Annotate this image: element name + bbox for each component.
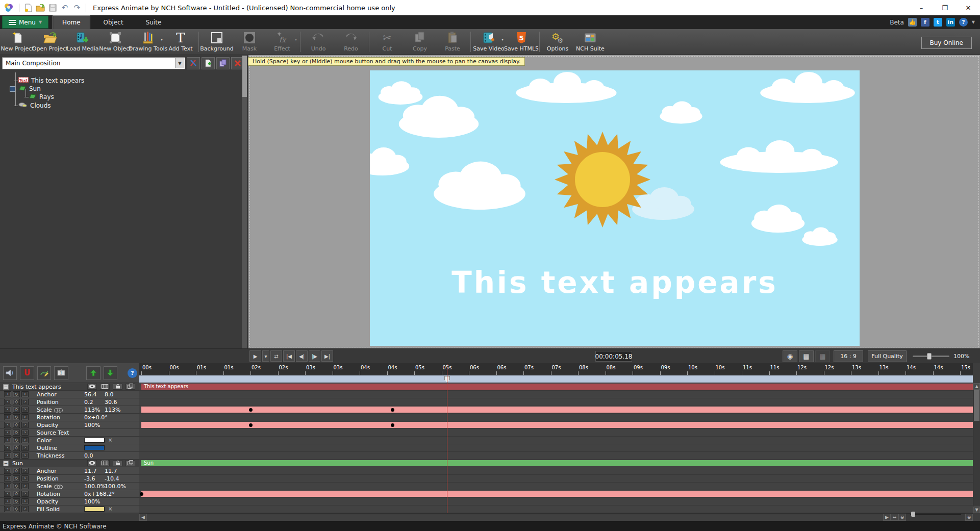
previous-keyframe-button[interactable]: ‹	[4, 414, 11, 420]
collapse-expander[interactable]: -	[10, 86, 15, 92]
add-keyframe-button[interactable]: ◇	[13, 391, 20, 397]
animated-property-bar[interactable]	[141, 491, 973, 497]
go-to-end-button[interactable]: ▶|	[321, 350, 333, 362]
isolate-button[interactable]	[125, 460, 135, 466]
linkedin-icon[interactable]: in	[946, 18, 955, 27]
collapse-expander[interactable]: −	[3, 384, 9, 390]
layer-tree-item-sun[interactable]: -Sun	[18, 85, 41, 93]
layer-duration-bar[interactable]: Sun	[141, 460, 973, 466]
onion-skin-button[interactable]: ◉	[783, 350, 797, 362]
add-keyframe-button[interactable]: ◇	[13, 483, 20, 489]
buy-online-button[interactable]: Buy Online	[921, 37, 972, 49]
timeline-workarea-strip[interactable]	[139, 375, 973, 383]
add-text-button[interactable]: TAdd Text	[164, 29, 197, 55]
layer-tree-item-clouds[interactable]: Clouds	[18, 102, 51, 110]
property-lane-anchor[interactable]	[139, 467, 973, 475]
animated-property-bar[interactable]	[141, 422, 973, 428]
current-time-display[interactable]: 00:00:05.18	[595, 351, 632, 362]
add-keyframe-button[interactable]: ◇	[13, 407, 20, 413]
previous-keyframe-button[interactable]: ‹	[4, 468, 11, 474]
next-frame-button[interactable]: |▶	[309, 350, 320, 362]
help-icon[interactable]: ?	[959, 18, 968, 27]
lock-button[interactable]	[113, 460, 122, 466]
layer-header-row-this-text-appears[interactable]: −This text appears	[0, 383, 139, 391]
guides-button[interactable]: ▦	[815, 350, 830, 362]
quick-undo-button[interactable]: ↶	[59, 2, 71, 13]
previous-keyframe-button[interactable]: ‹	[4, 399, 11, 405]
add-keyframe-button[interactable]: ◇	[13, 399, 20, 405]
next-keyframe-button[interactable]: ›	[21, 475, 29, 482]
save-video-button[interactable]: ▾Save Video	[472, 29, 505, 55]
frames-button[interactable]	[100, 384, 110, 390]
next-keyframe-button[interactable]: ›	[21, 407, 29, 413]
next-keyframe-button[interactable]: ›	[21, 414, 29, 420]
add-keyframe-button[interactable]: ◇	[13, 422, 20, 428]
property-lane-position[interactable]	[139, 398, 973, 406]
previous-keyframe-button[interactable]: ‹	[4, 483, 11, 489]
property-lane-source-text[interactable]	[139, 429, 973, 437]
previous-keyframe-button[interactable]: ‹	[4, 437, 11, 443]
property-lane-opacity[interactable]	[139, 498, 973, 505]
play-options-dropdown[interactable]: ▾	[262, 350, 269, 362]
tab-home[interactable]: Home	[53, 15, 90, 29]
fit-timeline-button[interactable]: ↔	[891, 514, 898, 521]
open-project-button[interactable]: Open Project	[34, 29, 66, 55]
restore-button[interactable]: ❐	[933, 0, 957, 15]
left-panel-scrollbar[interactable]	[242, 55, 247, 348]
next-keyframe-button[interactable]: ›	[21, 506, 29, 512]
property-lane-outline[interactable]	[139, 444, 973, 452]
timeline-help-button[interactable]: ?	[125, 366, 139, 380]
next-keyframe-button[interactable]: ›	[21, 468, 29, 474]
collapse-expander[interactable]: −	[3, 461, 9, 466]
visibility-eye-button[interactable]	[87, 460, 97, 466]
next-keyframe-button[interactable]: ›	[21, 399, 29, 405]
timeline-zoom-in-button[interactable]: ⊕	[965, 514, 973, 521]
add-keyframe-button[interactable]: ◇	[13, 445, 20, 451]
snap-magnet-button[interactable]: U	[20, 366, 34, 380]
paste-button[interactable]: Paste	[436, 29, 469, 55]
close-button[interactable]: ✕	[957, 0, 980, 15]
quality-button[interactable]: Full Quality	[868, 350, 907, 362]
add-keyframe-button[interactable]: ◇	[13, 506, 20, 512]
keyframe-dot[interactable]	[140, 492, 143, 496]
zoom-slider-thumb[interactable]	[927, 353, 932, 360]
layer-duration-bar[interactable]: This text appears	[141, 384, 973, 390]
isolate-button[interactable]	[125, 384, 135, 390]
effect-button[interactable]: fx▾Effect	[266, 29, 298, 55]
color-swatch[interactable]	[84, 445, 105, 450]
property-lane-thickness[interactable]	[139, 452, 973, 460]
property-lane-rotation[interactable]	[139, 490, 973, 498]
timeline-zoom-out-button[interactable]: ⊖	[898, 514, 906, 521]
property-lane-anchor[interactable]	[139, 391, 973, 398]
previous-keyframe-button[interactable]: ‹	[4, 407, 11, 413]
timeline-lanes[interactable]: This text appearsSun	[139, 383, 973, 513]
add-keyframe-button[interactable]: ◇	[13, 475, 20, 482]
copy-button[interactable]: Copy	[404, 29, 436, 55]
next-keyframe-button[interactable]: ›	[21, 483, 29, 489]
layer-lane-this-text-appears[interactable]: This text appears	[139, 383, 973, 391]
keyframe-dot[interactable]	[249, 408, 253, 412]
previous-keyframe-button[interactable]: ‹	[4, 445, 11, 451]
duplicate-composition-button[interactable]	[216, 57, 230, 69]
options-button[interactable]: ⚙⚙Options	[541, 29, 574, 55]
new-project-button[interactable]: New Project	[1, 29, 34, 55]
move-layer-up-button[interactable]	[86, 366, 100, 380]
quick-save-button[interactable]	[46, 2, 59, 13]
scrollbar-thumb[interactable]	[974, 390, 979, 421]
add-keyframe-button[interactable]: ◇	[13, 491, 20, 497]
drawing-tools-button[interactable]: ▾Drawing Tools	[132, 29, 164, 55]
layer-tree-item-rays[interactable]: Rays	[29, 93, 54, 101]
add-keyframe-button[interactable]: ◇	[13, 437, 20, 443]
menu-button[interactable]: Menu ▼	[2, 16, 48, 29]
twitter-icon[interactable]: t	[934, 18, 942, 27]
new-object-button[interactable]: New Object	[99, 29, 132, 55]
next-keyframe-button[interactable]: ›	[21, 391, 29, 397]
previous-keyframe-button[interactable]: ‹	[4, 391, 11, 397]
previous-keyframe-button[interactable]: ‹	[4, 491, 11, 497]
add-keyframe-button[interactable]: ◇	[13, 498, 20, 504]
timeline-vertical-scrollbar[interactable]: ▲ ▼	[973, 383, 980, 513]
frame-snap-button[interactable]: 1	[54, 366, 68, 380]
go-to-start-button[interactable]: |◀	[283, 350, 295, 362]
next-keyframe-button[interactable]: ›	[21, 452, 29, 459]
previous-keyframe-button[interactable]: ‹	[4, 498, 11, 504]
